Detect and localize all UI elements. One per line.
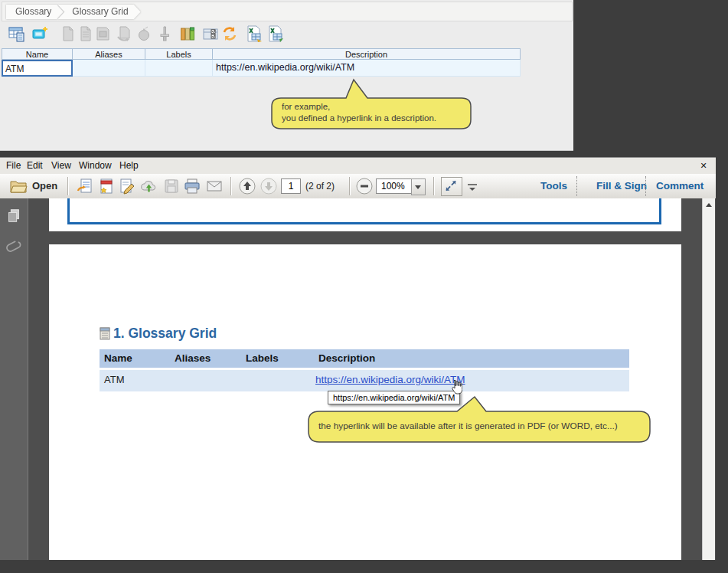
pdf-content-area: 1. Glossary Grid Name Aliases Labels Des… [0, 198, 716, 560]
document-heading: 1. Glossary Grid [113, 326, 217, 342]
open-button[interactable]: Open [32, 174, 57, 198]
excel-export-icon[interactable] [245, 25, 263, 43]
tools-button[interactable]: Tools [540, 174, 567, 198]
pdf-page-1 [49, 198, 681, 231]
menu-view[interactable]: View [51, 158, 71, 174]
paperclip-icon[interactable] [5, 238, 22, 255]
doc-arrow-icon[interactable] [115, 25, 133, 43]
hand-cursor-icon [450, 379, 462, 395]
doc-header-name: Name [100, 349, 170, 368]
refresh-icon[interactable] [220, 25, 239, 43]
toolbar-divider [67, 177, 68, 195]
grid-header-description[interactable]: Description [213, 48, 521, 60]
chevron-down-icon [415, 185, 421, 189]
grid-cell-labels[interactable] [145, 60, 213, 77]
cloud-upload-icon[interactable] [139, 177, 158, 195]
scroll-up-icon[interactable] [706, 203, 712, 207]
pdf-viewer-window: File Edit View Window Help ✕ Open [0, 157, 716, 560]
grid-header-name[interactable]: Name [2, 48, 73, 60]
desktop: GlossaryGlossary Grid [0, 0, 728, 573]
document-table-header: Name Aliases Labels Description [100, 349, 629, 368]
excel-import-icon[interactable] [266, 25, 285, 43]
sign-doc-icon[interactable] [118, 177, 136, 195]
columns-icon[interactable] [178, 25, 197, 43]
menu-file[interactable]: File [6, 158, 21, 174]
fill-sign-button[interactable]: Fill & Sign [596, 174, 647, 198]
grid-cell-aliases[interactable] [73, 60, 145, 77]
bomb-icon[interactable] [135, 25, 154, 43]
doc-header-aliases: Aliases [170, 349, 241, 368]
doc-cell-labels [241, 370, 314, 391]
page1-framed-box [67, 198, 661, 224]
add-item-icon[interactable] [31, 25, 49, 43]
save-icon[interactable] [162, 177, 181, 195]
doc-cell-aliases [170, 370, 241, 391]
grid-table-icon[interactable] [8, 25, 26, 43]
menu-edit[interactable]: Edit [27, 158, 43, 174]
next-page-icon[interactable] [260, 177, 278, 195]
doc-cell-description: https://en.wikipedia.org/wiki/ATM [314, 370, 629, 391]
breadcrumb-item-glossary-grid[interactable]: Glossary Grid [57, 5, 140, 19]
doc-new-icon[interactable] [59, 25, 77, 43]
pdf-menu-bar: File Edit View Window Help ✕ [0, 158, 716, 175]
heading-doc-icon [100, 327, 111, 340]
menu-window[interactable]: Window [79, 158, 112, 174]
zoom-dropdown-button[interactable] [411, 178, 426, 195]
fit-window-button[interactable] [441, 177, 462, 196]
doc-lines-icon[interactable] [77, 25, 95, 43]
callout-top-line1: for example, [282, 102, 330, 111]
breadcrumb: GlossaryGlossary Grid [2, 2, 573, 21]
dagger-icon[interactable] [155, 25, 174, 43]
toolbar-divider [230, 177, 231, 195]
glossary-grid-window: GlossaryGlossary Grid [0, 0, 573, 151]
menu-help[interactable]: Help [119, 158, 139, 174]
wikipedia-hyperlink[interactable]: https://en.wikipedia.org/wiki/ATM [315, 374, 465, 385]
glossary-grid-table: Name Aliases Labels Description ATM http… [2, 48, 521, 77]
close-icon[interactable]: ✕ [697, 159, 710, 172]
email-icon[interactable] [205, 177, 224, 195]
grid-header-labels[interactable]: Labels [145, 48, 213, 60]
pdf-navigation-sidebar [0, 198, 28, 560]
toolbar-dotted-divider [645, 176, 646, 196]
link-tooltip: https://en.wikipedia.org/wiki/ATM [328, 391, 460, 404]
more-tools-chevron-icon[interactable] [464, 178, 482, 197]
toolbar-divider [349, 177, 350, 195]
checklist-icon[interactable] [201, 25, 220, 43]
pdf-page-2: 1. Glossary Grid Name Aliases Labels Des… [49, 244, 681, 560]
prev-page-icon[interactable] [238, 177, 256, 195]
grid-header-row: Name Aliases Labels Description [2, 48, 521, 60]
comment-button[interactable]: Comment [656, 174, 704, 198]
glossary-toolbar [0, 21, 573, 47]
toolbar-divider [433, 177, 434, 195]
zoom-out-icon[interactable] [355, 177, 374, 195]
breadcrumb-item-glossary[interactable]: Glossary [6, 5, 64, 19]
document-table-row: ATM https://en.wikipedia.org/wiki/ATM [100, 370, 629, 391]
doc-header-labels: Labels [241, 349, 314, 368]
doc-cell-name: ATM [100, 370, 170, 391]
toolbar-dotted-divider [576, 176, 577, 196]
pdf-toolbar: Open [0, 174, 716, 199]
document-table: Name Aliases Labels Description ATM http… [100, 349, 629, 391]
doc-card-icon[interactable] [93, 25, 112, 43]
page-count-label: (2 of 2) [305, 174, 335, 198]
page-number-input[interactable] [281, 178, 301, 194]
doc-header-description: Description [314, 349, 629, 368]
grid-header-aliases[interactable]: Aliases [73, 48, 145, 60]
vertical-scrollbar[interactable] [702, 198, 715, 560]
folder-open-icon[interactable] [9, 177, 28, 195]
callout-pdf-text: the hyperlink will be available after it… [318, 421, 648, 431]
create-pdf-icon[interactable] [97, 177, 116, 195]
grid-cell-name[interactable]: ATM [2, 60, 73, 77]
page-thumbnails-icon[interactable] [5, 208, 22, 224]
callout-top-line2: you defined a hyperlink in a description… [282, 113, 436, 123]
send-review-icon[interactable] [76, 177, 94, 195]
print-icon[interactable] [183, 177, 201, 195]
